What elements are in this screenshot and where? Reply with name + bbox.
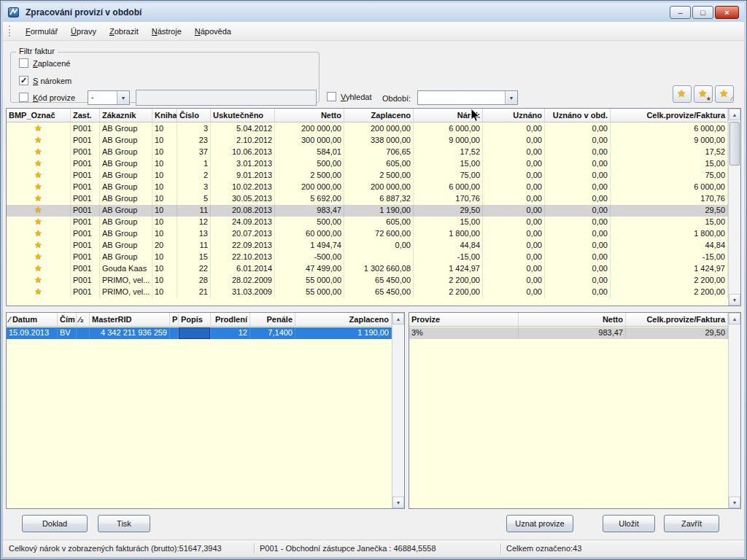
payment-column-header[interactable]: Prodlení xyxy=(211,313,250,326)
mark-star-button[interactable]: ★ xyxy=(673,85,692,103)
invoice-cell: 9.01.2013 xyxy=(211,170,275,182)
invoice-column-header[interactable]: Uznáno xyxy=(483,109,545,122)
scroll-down-icon[interactable]: ▼ xyxy=(729,294,740,306)
commission-scrollbar[interactable]: ▲ ▼ xyxy=(728,313,740,508)
invoice-row[interactable]: ★P001AB Group1029.01.20132 500,002 500,0… xyxy=(7,170,728,182)
scroll-down-icon[interactable]: ▼ xyxy=(729,497,740,508)
payment-cell xyxy=(77,327,90,339)
menu-formular[interactable]: Formulář xyxy=(19,24,64,39)
invoice-column-header[interactable]: BMP_Označ xyxy=(7,109,71,122)
checkbox-box[interactable] xyxy=(19,93,28,102)
maximize-button[interactable]: □ xyxy=(692,6,713,19)
invoice-column-header[interactable]: Celk.provize/Faktura xyxy=(611,109,728,122)
checkbox-vyhledat[interactable]: Vyhledat xyxy=(327,92,371,101)
invoice-cell: 0,00 xyxy=(483,135,545,147)
invoice-column-header[interactable]: Zákazník xyxy=(100,109,152,122)
invoice-row[interactable]: ★P001Gouda Kaas10226.01.201447 499,001 3… xyxy=(7,263,728,275)
kod-provize-input[interactable] xyxy=(136,90,317,106)
close-button[interactable]: × xyxy=(715,6,739,19)
ulozit-button[interactable]: Uložit xyxy=(603,515,655,532)
invoice-cell: 30.05.2013 xyxy=(211,193,275,205)
checkbox-box[interactable] xyxy=(19,58,28,68)
title-bar[interactable]: Zpracování provizí v období – □ × xyxy=(3,3,744,22)
commission-column-header[interactable]: Netto xyxy=(519,313,626,326)
invoice-cell: 2 500,00 xyxy=(344,170,414,182)
kod-provize-select[interactable]: - ▼ xyxy=(88,90,130,105)
commission-cell: 3% xyxy=(409,327,519,339)
menu-zobrazit[interactable]: Zobrazit xyxy=(103,24,145,39)
invoice-scrollbar[interactable]: ▲ ▼ xyxy=(728,109,740,306)
app-icon xyxy=(8,7,20,18)
checkbox-zaplacene[interactable]: Zaplacené xyxy=(19,58,70,68)
scroll-up-icon[interactable]: ▲ xyxy=(729,109,740,120)
doklad-button[interactable]: Doklad xyxy=(22,515,88,532)
checkbox-s-narokem[interactable]: ✓ S nárokem xyxy=(19,76,71,85)
invoice-cell: ★ xyxy=(7,135,71,147)
invoice-column-header[interactable]: Kniha xyxy=(152,109,177,122)
invoice-cell: AB Group xyxy=(100,205,152,217)
invoice-column-header[interactable]: Zaplaceno xyxy=(344,109,414,122)
edit-star-button[interactable]: ★ ∕ xyxy=(715,85,734,103)
invoice-cell: 10 xyxy=(152,182,177,193)
payment-row[interactable]: 15.09.2013BV4 342 211 936 259127,14001 1… xyxy=(7,327,392,339)
invoice-cell: 15,00 xyxy=(611,217,728,228)
chevron-down-icon[interactable]: ▼ xyxy=(117,91,129,104)
invoice-column-header[interactable]: Uznáno v obd. xyxy=(545,109,611,122)
invoice-column-header[interactable]: Číslo xyxy=(177,109,211,122)
invoice-cell: ★ xyxy=(7,275,71,287)
invoice-row[interactable]: ★P001AB Group101224.09.2013500,00605,001… xyxy=(7,217,728,228)
payment-column-header[interactable]: Penále xyxy=(250,313,295,326)
commission-column-header[interactable]: Provize xyxy=(409,313,519,326)
scroll-up-icon[interactable]: ▲ xyxy=(392,313,404,324)
invoice-row[interactable]: ★P001AB Group1013.01.2013500,00605,0015,… xyxy=(7,158,728,170)
invoice-table: BMP_OznačZast.ZákazníkKnihaČísloUskutečn… xyxy=(6,108,741,306)
invoice-cell: P001 xyxy=(71,147,100,158)
commission-column-header[interactable]: Celk.provize/Faktura xyxy=(626,313,728,326)
invoice-row[interactable]: ★P001AB Group103710.06.2013584,01706,651… xyxy=(7,147,728,158)
payment-column-header[interactable]: Zaplaceno xyxy=(295,313,392,326)
payment-column-header[interactable]: Popis xyxy=(179,313,211,326)
invoice-row[interactable]: ★P001AB Group101120.08.2013983,471 190,0… xyxy=(7,205,728,217)
payment-column-header[interactable]: ∕ Datum xyxy=(7,313,58,326)
chevron-down-icon[interactable]: ▼ xyxy=(505,91,517,104)
payment-column-header[interactable]: ∕₂ xyxy=(77,313,90,326)
uznat-provize-button[interactable]: Uznat provize xyxy=(506,515,573,532)
payment-column-header[interactable]: MasterRID xyxy=(90,313,170,326)
commission-row[interactable]: 3%983,4729,50 xyxy=(409,327,728,339)
obdobi-select[interactable]: ▼ xyxy=(417,90,518,105)
invoice-row[interactable]: ★P001AB Group10530.05.20135 692,006 887,… xyxy=(7,193,728,205)
invoice-cell: 0,00 xyxy=(483,182,545,193)
invoice-row[interactable]: ★P001AB Group201122.09.20131 494,740,004… xyxy=(7,240,728,252)
menu-napoveda[interactable]: Nápověda xyxy=(188,24,238,39)
invoice-row[interactable]: ★P001AB Group101522.10.2013-500,00-15,00… xyxy=(7,252,728,263)
invoice-column-header[interactable]: Zast. xyxy=(71,109,100,122)
invoice-row[interactable]: ★P001AB Group10310.02.2013200 000,00200 … xyxy=(7,182,728,193)
invoice-column-header[interactable]: Netto xyxy=(275,109,344,122)
scroll-down-icon[interactable]: ▼ xyxy=(392,497,404,508)
menu-nastroje[interactable]: Nástroje xyxy=(145,24,188,39)
invoice-cell: 13 xyxy=(177,228,211,240)
invoice-row[interactable]: ★P001PRIMO, vel...102131.03.200955 000,0… xyxy=(7,287,728,298)
payment-column-header[interactable]: P xyxy=(170,313,179,326)
minimize-button[interactable]: – xyxy=(670,6,691,19)
invoice-cell: ★ xyxy=(7,287,71,298)
checkbox-box[interactable]: ✓ xyxy=(19,76,28,85)
tisk-button[interactable]: Tisk xyxy=(98,515,150,532)
menu-upravy[interactable]: Úpravy xyxy=(64,24,103,39)
zavrit-button[interactable]: Zavřít xyxy=(664,515,719,532)
scrollbar-thumb[interactable] xyxy=(729,122,740,166)
invoice-cell: P001 xyxy=(71,252,100,263)
mark-all-star-button[interactable]: ★ ★ xyxy=(694,85,713,103)
invoice-cell: P001 xyxy=(71,263,100,275)
invoice-row[interactable]: ★P001PRIMO, vel...102828.02.200955 000,0… xyxy=(7,275,728,287)
checkbox-kod-provize[interactable]: Kód provize xyxy=(19,93,75,102)
payments-scrollbar[interactable]: ▲ ▼ xyxy=(392,313,404,508)
checkbox-box[interactable] xyxy=(327,92,336,101)
invoice-cell: 75,00 xyxy=(611,170,728,182)
invoice-row[interactable]: ★P001AB Group1035.04.2012200 000,00200 0… xyxy=(7,123,728,135)
payment-column-header[interactable]: Čím xyxy=(58,313,77,326)
invoice-row[interactable]: ★P001AB Group10232.10.2012300 000,00338 … xyxy=(7,135,728,147)
scroll-up-icon[interactable]: ▲ xyxy=(729,313,740,324)
invoice-column-header[interactable]: Uskutečněno xyxy=(211,109,275,122)
invoice-row[interactable]: ★P001AB Group101320.07.201360 000,0072 6… xyxy=(7,228,728,240)
